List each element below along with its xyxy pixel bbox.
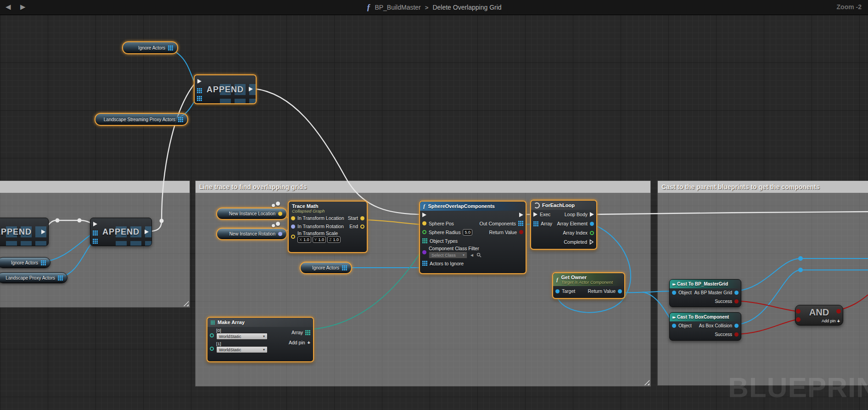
append-node-main[interactable]: APPEND (194, 74, 257, 104)
object-out-pin[interactable] (618, 289, 622, 293)
exec-out-pin[interactable] (145, 230, 149, 234)
breadcrumb-current[interactable]: Delete Overlapping Grid (432, 4, 501, 11)
vector-in-pin[interactable] (291, 235, 295, 239)
exec-out-pin[interactable] (589, 239, 594, 245)
variable-label: Landscape Proxy Actors (6, 275, 55, 281)
trace-math-node[interactable]: Trace Math Collapsed Graph In Transform … (288, 201, 368, 253)
object-out-pin[interactable] (734, 291, 739, 295)
radius-input[interactable]: 5.0 (463, 229, 472, 236)
loop-icon (534, 202, 540, 208)
object-out-pin[interactable] (590, 222, 594, 226)
node-title: Cast To BoxComponent (677, 315, 729, 320)
array-pin-icon[interactable] (58, 275, 63, 281)
bool-out-pin[interactable] (519, 230, 523, 234)
enum-dropdown[interactable]: WorldStatic ▾ (216, 346, 268, 353)
variable-node-new-instance-rotation[interactable]: New Instance Rotation (216, 228, 287, 240)
class-in-pin[interactable] (422, 250, 426, 254)
foreach-loop-node[interactable]: ForEachLoop Exec Loop Body Array Array E… (530, 200, 597, 250)
object-in-pin[interactable] (672, 324, 676, 328)
bool-in-pin[interactable] (796, 317, 801, 322)
variable-node-ignore-actors-mid[interactable]: Ignore Actors (300, 262, 352, 274)
add-pin-button[interactable]: Add pin+ (822, 318, 840, 324)
blueprint-canvas[interactable]: ◀ ▶ ƒ BP_BuildMaster > Delete Overlappin… (0, 0, 868, 410)
breadcrumb-root[interactable]: BP_BuildMaster (375, 4, 420, 11)
node-title: AND (795, 307, 843, 318)
array-in-pin[interactable] (93, 239, 98, 244)
class-filter-dropdown[interactable]: Select Class ▾ (429, 252, 467, 258)
array-in-pin[interactable] (197, 96, 202, 101)
append-node-left[interactable]: APPEND (90, 218, 152, 246)
array-in-pin[interactable] (422, 238, 427, 243)
radius-value: 5.0 (465, 230, 470, 235)
array-pin-icon[interactable] (342, 265, 347, 270)
exec-out-pin[interactable] (590, 212, 594, 217)
scale-y-input[interactable]: Y1.0 (313, 236, 326, 243)
vector-in-pin[interactable] (422, 221, 426, 225)
add-pin-button[interactable]: Add pin+ (289, 340, 310, 345)
comment-resize-handle[interactable] (644, 379, 650, 385)
object-in-pin[interactable] (672, 291, 676, 295)
array-out-pin[interactable] (518, 221, 523, 226)
target-in-pin[interactable] (555, 289, 560, 293)
pin-label: Return Value (489, 230, 517, 235)
cast-to-bp-mastergrid-node[interactable]: ▸▸ Cast To BP_MasterGrid Object As BP Ma… (669, 279, 741, 307)
get-owner-node[interactable]: ƒ Get Owner Target is Actor Component Ta… (552, 272, 625, 299)
enum-dropdown[interactable]: WorldStatic ▾ (216, 333, 268, 340)
float-in-pin[interactable] (422, 230, 426, 234)
exec-out-pin[interactable] (519, 213, 523, 217)
array-pin-icon[interactable] (168, 45, 173, 51)
array-in-pin[interactable] (533, 221, 538, 226)
variable-node-ignore-actors-left[interactable]: Ignore Actors (0, 257, 50, 268)
make-array-node[interactable]: Make Array [0] WorldStatic ▾ (207, 317, 314, 362)
exec-in-pin[interactable] (422, 213, 426, 217)
bool-out-pin[interactable] (836, 309, 841, 314)
enum-in-pin[interactable] (210, 347, 214, 351)
wire-bubble (272, 224, 275, 227)
array-in-pin[interactable] (197, 88, 202, 93)
comment-header[interactable]: Line trace to find overlapping grids (196, 181, 650, 193)
rotator-pin[interactable] (278, 232, 282, 236)
node-title: Cast To BP_MasterGrid (677, 281, 728, 286)
append-node-left-partial[interactable]: APPEND (0, 218, 49, 246)
bool-out-pin[interactable] (734, 299, 739, 303)
variable-node-landscape-proxy-actors[interactable]: Landscape Proxy Actors (0, 272, 67, 283)
enum-in-pin[interactable] (210, 333, 214, 337)
comment-header[interactable] (0, 181, 190, 193)
exec-in-pin[interactable] (533, 212, 538, 217)
exec-out-pin[interactable] (249, 87, 253, 91)
cast-to-boxcomponent-node[interactable]: ▸▸ Cast To BoxComponent Object As Box Co… (669, 312, 741, 341)
and-node[interactable]: AND Add pin+ (795, 305, 843, 326)
scale-z-input[interactable]: Z1.0 (327, 236, 341, 243)
vector-out-pin[interactable] (360, 216, 364, 220)
sphere-overlap-components-node[interactable]: ƒ SphereOverlapComponents Sphere Pos Out… (419, 201, 526, 274)
scale-x-input[interactable]: X1.0 (297, 236, 311, 243)
variable-node-new-instance-location[interactable]: New Instance Location (216, 208, 287, 220)
use-selected-icon[interactable]: ◄ (470, 253, 474, 258)
variable-node-ignore-actors[interactable]: Ignore Actors (122, 41, 178, 54)
array-out-pin[interactable] (305, 330, 310, 335)
array-in-pin[interactable] (93, 230, 98, 236)
comment-resize-handle[interactable] (183, 300, 189, 306)
exec-in-pin[interactable] (197, 79, 202, 84)
pin-label: Object Types (430, 238, 458, 244)
browse-icon[interactable] (476, 253, 482, 258)
exec-in-pin[interactable] (93, 222, 97, 226)
node-title: SphereOverlapComponents (428, 203, 495, 209)
vector-in-pin[interactable] (291, 216, 295, 220)
axis-value: 1.0 (333, 237, 339, 242)
object-out-pin[interactable] (734, 324, 739, 328)
vector-pin[interactable] (278, 212, 282, 216)
rotator-in-pin[interactable] (291, 225, 295, 229)
array-pin-icon[interactable] (178, 117, 183, 122)
array-in-pin[interactable] (422, 261, 427, 266)
array-index-label: [1] (216, 341, 268, 346)
variable-node-landscape-streaming-proxy-actors[interactable]: Landscape Streaming Proxy Actors (95, 113, 188, 126)
comment-header[interactable]: Cast to the parent blueprints to get the… (658, 181, 868, 193)
exec-out-pin[interactable] (41, 230, 45, 234)
bool-out-pin[interactable] (734, 332, 739, 337)
axis-label: Y (314, 237, 317, 242)
array-pin-icon[interactable] (41, 260, 46, 265)
vector-out-pin[interactable] (360, 225, 364, 229)
bool-in-pin[interactable] (796, 309, 801, 314)
int-out-pin[interactable] (590, 231, 594, 235)
